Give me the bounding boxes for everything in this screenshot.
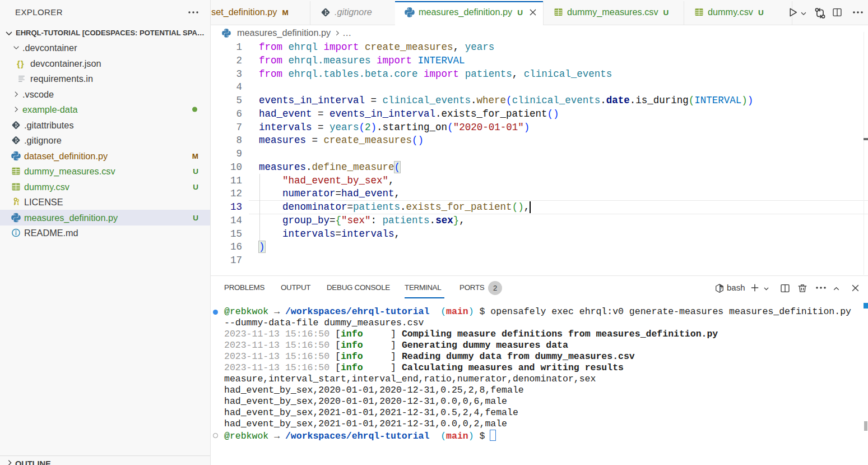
svg-text:$: $ <box>720 287 722 291</box>
